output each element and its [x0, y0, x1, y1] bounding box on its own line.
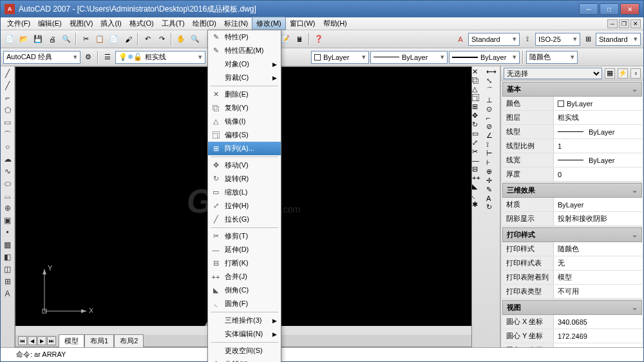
spline-icon[interactable]: ∿: [2, 166, 14, 177]
menu-item[interactable]: ++合并(J): [208, 270, 281, 283]
props-selector[interactable]: 无选择: [504, 68, 602, 79]
move-icon[interactable]: ✥: [472, 111, 486, 120]
menu-item[interactable]: ⿹偏移(S): [208, 128, 281, 142]
tab-layout2[interactable]: 布局2: [114, 334, 144, 347]
stretch-icon[interactable]: ⤢: [472, 138, 486, 147]
menu-tools[interactable]: 工具(T): [158, 17, 189, 30]
textstyle-icon[interactable]: A: [454, 33, 467, 46]
menu-format[interactable]: 格式(O): [126, 17, 158, 30]
menu-draw[interactable]: 绘图(D): [189, 17, 220, 30]
dimstyle-icon[interactable]: ⟟: [521, 33, 534, 46]
workspace-settings-icon[interactable]: ⚙: [82, 51, 95, 64]
props-section-header[interactable]: 打印样式⌄: [502, 227, 642, 242]
offset-icon[interactable]: ⿹: [472, 94, 486, 102]
menu-insert[interactable]: 插入(I): [97, 17, 125, 30]
layer-combo[interactable]: 💡❄🔓粗实线▾: [115, 51, 205, 64]
table-icon[interactable]: ⊞: [2, 276, 14, 287]
lineweight-combo[interactable]: ByLayer▾: [449, 51, 520, 64]
menu-view[interactable]: 视图(V): [66, 17, 97, 30]
menu-item[interactable]: ⊞阵列(A)...: [208, 142, 281, 155]
redo-icon[interactable]: ↷: [155, 33, 168, 46]
menu-help[interactable]: 帮助(H): [319, 17, 351, 30]
join-icon[interactable]: ++: [472, 174, 486, 182]
pan-icon[interactable]: ✋: [175, 33, 187, 46]
array-icon[interactable]: ⊞: [472, 102, 486, 111]
print-icon[interactable]: 🖨: [46, 33, 59, 46]
new-icon[interactable]: 📄: [3, 33, 16, 46]
dimbase-icon[interactable]: ⊢: [486, 149, 500, 158]
props-row[interactable]: 打印表类型不可用: [502, 285, 642, 299]
doc-minimize-button[interactable]: ─: [607, 19, 618, 28]
menu-item[interactable]: 实体编辑(N)▶: [208, 327, 281, 341]
props-row[interactable]: 颜色ByLayer: [502, 97, 642, 111]
menu-item[interactable]: 三维操作(3)▶: [208, 314, 281, 327]
point-icon[interactable]: •: [2, 227, 14, 238]
menu-item[interactable]: ⤢拉伸(H): [208, 199, 281, 213]
fillet-icon[interactable]: ◟: [472, 191, 486, 200]
dimrad-icon[interactable]: ⊙: [486, 105, 500, 113]
dimtedit-icon[interactable]: A: [486, 195, 500, 202]
region-icon[interactable]: ◫: [2, 263, 14, 275]
menu-item[interactable]: ╱拉长(G): [208, 213, 281, 226]
props-section-header[interactable]: 基本⌄: [502, 82, 642, 97]
props-toggle-icon[interactable]: ▦: [605, 68, 615, 79]
mtext-icon[interactable]: A: [2, 288, 14, 300]
maximize-button[interactable]: □: [600, 3, 619, 15]
props-row[interactable]: 圆心 X 坐标340.0685: [502, 315, 642, 329]
trim-icon[interactable]: ✂: [472, 148, 486, 156]
pline-icon[interactable]: ⌐: [2, 92, 14, 104]
props-row[interactable]: 打印样式表无: [502, 256, 642, 271]
menu-item[interactable]: ✎特性(P): [208, 30, 281, 44]
scale-icon[interactable]: ▭: [472, 129, 486, 138]
props-quick-icon[interactable]: ⚡: [618, 68, 628, 79]
props-filter-icon[interactable]: ♀: [630, 68, 641, 79]
explode-icon[interactable]: ✱: [472, 200, 486, 209]
menu-item[interactable]: 对象(O)▶: [208, 57, 281, 71]
doc-close-button[interactable]: ✕: [630, 19, 641, 28]
dimang-icon[interactable]: ∠: [486, 131, 500, 140]
menu-item[interactable]: ◣倒角(C): [208, 283, 281, 297]
menu-item[interactable]: ✕删除(E): [208, 88, 281, 101]
tab-last-icon[interactable]: ⏭: [47, 336, 56, 345]
doc-restore-button[interactable]: ❐: [619, 19, 629, 28]
menu-dimension[interactable]: 标注(N): [220, 17, 252, 30]
matchprop-icon[interactable]: 🖌: [122, 33, 135, 46]
rotate-icon[interactable]: ↻: [472, 120, 486, 129]
qdim-icon[interactable]: ⟟: [486, 140, 500, 149]
menu-edit[interactable]: 编辑(E): [34, 17, 66, 30]
menu-item[interactable]: ✎特性匹配(M): [208, 44, 281, 57]
menu-modify[interactable]: 修改(M): [252, 17, 286, 30]
xline-icon[interactable]: ╱: [2, 80, 14, 91]
menu-item[interactable]: ✥移动(V): [208, 158, 281, 172]
ellipse-icon[interactable]: ⬭: [2, 178, 14, 189]
menu-file[interactable]: 文件(F): [3, 17, 34, 30]
props-row[interactable]: 圆心 Y 坐标172.2469: [502, 329, 642, 343]
tablestyle-combo[interactable]: Standard▾: [596, 33, 641, 46]
props-section-header[interactable]: 视图⌄: [502, 300, 642, 315]
preview-icon[interactable]: 🔍: [60, 33, 73, 46]
props-row[interactable]: 线型ByLayer: [502, 125, 642, 139]
line-icon[interactable]: ╱: [2, 68, 14, 79]
save-icon[interactable]: 💾: [32, 33, 44, 46]
undo-icon[interactable]: ↶: [141, 33, 154, 46]
tab-model[interactable]: 模型: [59, 334, 84, 347]
props-section-header[interactable]: 三维效果⌄: [502, 183, 642, 198]
menu-item[interactable]: △镜像(I): [208, 115, 281, 128]
tab-layout1[interactable]: 布局1: [84, 334, 114, 347]
hatch-icon[interactable]: ▦: [2, 239, 14, 251]
minimize-button[interactable]: ─: [579, 3, 598, 15]
zoom-icon[interactable]: 🔍: [189, 33, 202, 46]
tab-next-icon[interactable]: ▶: [37, 336, 46, 345]
dimlin-icon[interactable]: ⟷: [486, 68, 500, 76]
menu-item[interactable]: ◟圆角(F): [208, 297, 281, 310]
menu-item[interactable]: —延伸(D): [208, 243, 281, 256]
tab-first-icon[interactable]: ⏮: [18, 336, 27, 345]
tab-prev-icon[interactable]: ◀: [28, 336, 37, 345]
textstyle-combo[interactable]: Standard▾: [468, 33, 520, 46]
calc-icon[interactable]: 🖩: [293, 33, 306, 46]
dimcont-icon[interactable]: ⊦: [486, 158, 500, 167]
mirror-icon[interactable]: △: [472, 85, 486, 93]
copy-icon[interactable]: 📋: [93, 33, 106, 46]
paste-icon[interactable]: 📄: [108, 33, 120, 46]
menu-window[interactable]: 窗口(W): [286, 17, 319, 30]
